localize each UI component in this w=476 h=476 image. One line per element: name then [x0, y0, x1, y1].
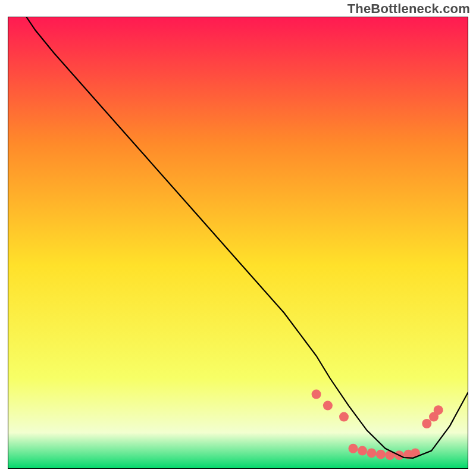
bottleneck-chart: [8, 17, 468, 469]
valley-dot: [422, 419, 431, 428]
valley-dot: [349, 444, 358, 453]
gradient-background: [8, 17, 468, 469]
valley-dot: [323, 401, 333, 411]
valley-dot: [434, 405, 443, 415]
valley-dot: [376, 450, 386, 459]
valley-dot: [358, 446, 367, 456]
chart-frame: TheBottleneck.com: [0, 0, 476, 476]
valley-dot: [312, 390, 321, 399]
valley-dot: [339, 412, 349, 422]
plot-area: [8, 17, 468, 469]
watermark-label: TheBottleneck.com: [347, 1, 470, 17]
valley-dot: [367, 448, 377, 458]
